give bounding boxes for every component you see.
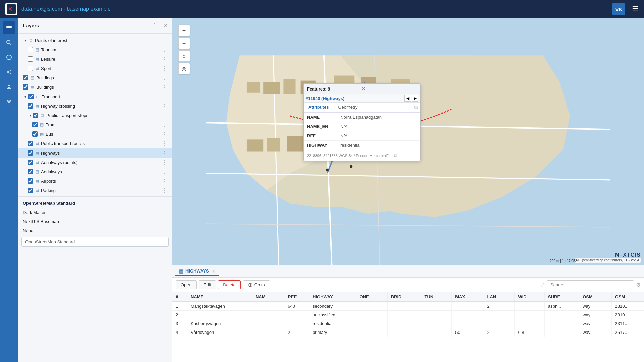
tree-checkbox[interactable] [28, 141, 33, 146]
item-menu-icon[interactable]: ⋮ [161, 187, 169, 194]
feature-popup-close-button[interactable]: × [362, 86, 417, 92]
zoom-in-button[interactable]: + [178, 25, 190, 36]
col-osm2[interactable]: OSM... [611, 292, 644, 302]
goto-button[interactable]: Go to [243, 280, 270, 289]
basemap-nextgis[interactable]: NextGIS Basemap [18, 217, 172, 226]
tree-item-highway-crossing[interactable]: ▤ Highway crossing ⋮ [18, 101, 172, 111]
layers-close-button[interactable]: × [164, 22, 167, 29]
tree-item-pt-stops-group[interactable]: ▼ □ Public transport stops [18, 111, 172, 120]
layers-options-icon[interactable]: ⋮ [152, 22, 158, 29]
tab-close-button[interactable]: × [212, 268, 215, 274]
tree-item-aerialways[interactable]: ▤ Aerialways ⋮ [18, 167, 172, 176]
basemap-select[interactable]: OpenStreetMap Standard [21, 237, 169, 247]
col-tunnel[interactable]: TUN... [421, 292, 452, 302]
user-avatar[interactable]: VK [612, 3, 625, 15]
item-menu-icon[interactable]: ⋮ [161, 84, 169, 90]
tree-checkbox[interactable] [28, 160, 33, 165]
tree-item-buildings1[interactable]: ▤ Buildings ⋮ [18, 73, 172, 82]
edit-button[interactable]: Edit [199, 280, 216, 289]
item-menu-icon[interactable]: ⋮ [161, 159, 169, 166]
tree-item-pt-routes[interactable]: ▤ Public transport routes ⋮ [18, 139, 172, 148]
item-menu-icon[interactable]: ⋮ [161, 65, 169, 72]
tab-attributes[interactable]: Attributes [304, 103, 333, 112]
col-osm1[interactable]: OSM... [579, 292, 611, 302]
tab-geometry[interactable]: Geometry [333, 103, 362, 112]
tree-checkbox[interactable] [28, 169, 33, 174]
tab-highways[interactable]: ▤ HIGHWAYS × [175, 267, 219, 276]
item-menu-icon[interactable]: ⋮ [161, 150, 169, 156]
col-lanes[interactable]: LAN... [484, 292, 515, 302]
item-menu-icon[interactable]: ⋮ [161, 122, 169, 128]
col-surface[interactable]: SURF... [544, 292, 579, 302]
basemap-dark-matter[interactable]: Dark Matter [18, 208, 172, 217]
item-menu-icon[interactable]: ⋮ [161, 169, 169, 175]
col-ref[interactable]: REF [284, 292, 309, 302]
table-row[interactable]: 3 Kasbergsvägen residential [172, 319, 644, 328]
tree-item-bus[interactable]: ▤ Bus ⋮ [18, 129, 172, 139]
item-menu-icon[interactable]: ⋮ [161, 47, 169, 53]
tree-checkbox[interactable] [28, 56, 33, 62]
tree-item-parking[interactable]: ▤ Parking ⋮ [18, 186, 172, 195]
tree-item-buildings2[interactable]: ▤ Buildings ⋮ [18, 82, 172, 92]
col-oneway[interactable]: ONE... [356, 292, 387, 302]
item-menu-icon[interactable]: ⋮ [161, 56, 169, 62]
table-row[interactable]: 1 Mångstektavägen 640 secondary 2 asph.. [172, 302, 644, 311]
search-input[interactable] [547, 280, 634, 289]
col-num[interactable]: # [172, 292, 187, 302]
tree-item-airports[interactable]: ▤ Airports ⋮ [18, 176, 172, 186]
nav-print-icon[interactable] [3, 80, 15, 93]
col-bridge[interactable]: BRID... [387, 292, 421, 302]
expand-icon[interactable]: ⤢ [540, 282, 545, 288]
nav-share-icon[interactable] [3, 66, 15, 78]
nav-layers-icon[interactable] [3, 21, 15, 34]
col-maxspeed[interactable]: MAX... [452, 292, 484, 302]
filter-icon[interactable]: ⚙ [636, 282, 641, 288]
nav-info-icon[interactable]: i [3, 51, 15, 64]
tree-checkbox[interactable] [28, 94, 34, 99]
home-button[interactable]: ⌂ [178, 50, 190, 62]
tree-checkbox[interactable] [28, 66, 33, 71]
delete-button[interactable]: Delete [218, 280, 241, 289]
tree-checkbox[interactable] [28, 188, 33, 193]
tree-item-tourism[interactable]: ▤ Tourism ⋮ [18, 45, 172, 54]
item-menu-icon[interactable]: ⋮ [161, 178, 169, 184]
table-wrapper[interactable]: # NAME NAM... REF HIGHWAY ONE... BRID...… [172, 292, 644, 362]
tree-checkbox[interactable] [28, 178, 33, 184]
col-name-en[interactable]: NAM... [252, 292, 284, 302]
tree-checkbox[interactable] [32, 122, 38, 127]
tree-item-leisure[interactable]: ▤ Leisure ⋮ [18, 54, 172, 64]
nav-search-icon[interactable] [3, 36, 15, 49]
feature-next-button[interactable]: ▶ [412, 95, 418, 102]
col-highway[interactable]: HIGHWAY [309, 292, 356, 302]
tree-checkbox[interactable] [23, 84, 28, 90]
coord-copy-icon[interactable]: ⧉ [394, 153, 397, 159]
copy-icon[interactable]: ⧉ [412, 103, 420, 112]
tree-checkbox[interactable] [32, 131, 38, 137]
nav-wifi-icon[interactable] [3, 95, 15, 108]
feature-selector[interactable]: #11640 (Highways) [306, 96, 404, 101]
locate-button[interactable]: ◎ [178, 63, 190, 74]
feature-prev-button[interactable]: ◀ [404, 95, 411, 102]
basemap-osm-standard[interactable]: OpenStreetMap Standard [18, 199, 172, 208]
table-row[interactable]: 2 unclassified way [172, 311, 644, 319]
open-button[interactable]: Open [176, 280, 197, 289]
item-menu-icon[interactable]: ⋮ [161, 140, 169, 147]
zoom-out-button[interactable]: − [178, 38, 190, 49]
tree-item-highways[interactable]: ▤ Highways ⋮ [18, 148, 172, 158]
tree-checkbox[interactable] [23, 75, 28, 80]
map-area[interactable]: + − ⌂ ◎ 🔍+ 🔍− ✏ ╱ ⧉ ◎ Features: 9 × #116… [172, 18, 644, 362]
app-logo[interactable]: ✕ [5, 3, 17, 15]
basemap-none[interactable]: None [18, 226, 172, 235]
table-row[interactable]: 4 Vårdövägen 2 primary 50 2 6.8 [172, 328, 644, 337]
tree-item-tram[interactable]: ▤ Tram ⋮ [18, 120, 172, 129]
tree-item-aerialways-pts[interactable]: ▤ Aerialways (points) ⋮ [18, 158, 172, 167]
tree-item-sport[interactable]: ▤ Sport ⋮ [18, 64, 172, 73]
item-menu-icon[interactable]: ⋮ [161, 75, 169, 81]
tree-checkbox[interactable] [33, 113, 38, 118]
item-menu-icon[interactable]: ⋮ [161, 131, 169, 137]
tree-checkbox[interactable] [28, 47, 33, 52]
col-width[interactable]: WID... [515, 292, 545, 302]
tree-checkbox[interactable] [28, 103, 33, 109]
col-name[interactable]: NAME [187, 292, 252, 302]
tree-item-transport-group[interactable]: ▼ □ Transport [18, 92, 172, 101]
